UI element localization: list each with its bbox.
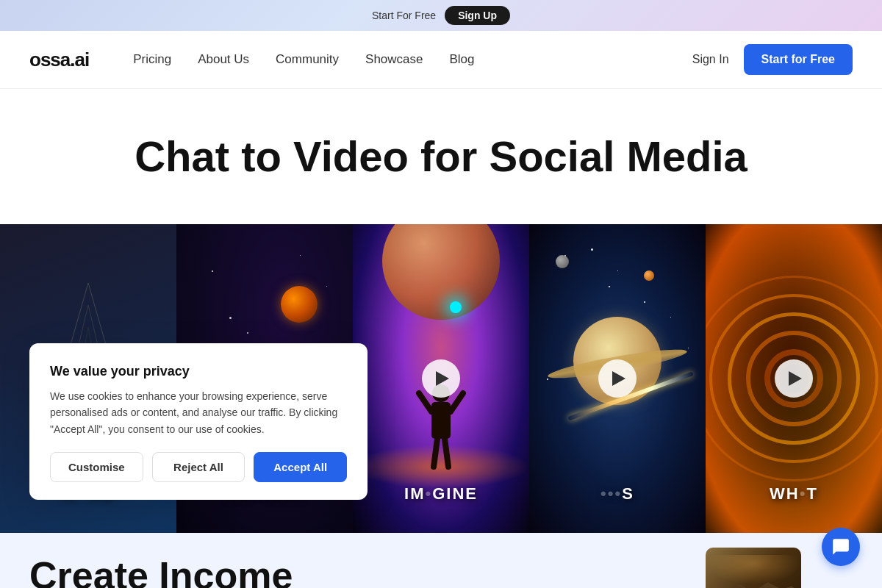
header: ossa.ai Pricing About Us Community Showc…	[0, 31, 882, 89]
video-card-4[interactable]: •••S	[529, 224, 706, 533]
svg-line-8	[434, 439, 437, 467]
nav-blog[interactable]: Blog	[449, 52, 474, 67]
cookie-title: We value your privacy	[50, 364, 347, 379]
header-actions: Sign In Start for Free	[692, 44, 853, 75]
start-free-button[interactable]: Start for Free	[744, 44, 853, 75]
video-card-5[interactable]: WH•T	[706, 224, 882, 533]
cookie-buttons: Customise Reject All Accept All	[50, 452, 347, 482]
main-nav: Pricing About Us Community Showcase Blog	[133, 52, 692, 67]
top-banner: Start For Free Sign Up	[0, 0, 882, 31]
play-button-5[interactable]	[775, 359, 813, 398]
play-button-3[interactable]	[422, 359, 460, 398]
signup-button[interactable]: Sign Up	[445, 6, 510, 25]
cookie-banner: We value your privacy We use cookies to …	[29, 343, 368, 500]
card-label-4: •••S	[529, 484, 706, 503]
nav-pricing[interactable]: Pricing	[133, 52, 171, 67]
signin-link[interactable]: Sign In	[692, 53, 729, 66]
customise-button[interactable]: Customise	[50, 452, 143, 482]
card-label-5: WH•T	[706, 484, 882, 503]
cookie-body: We use cookies to enhance your browsing …	[50, 388, 347, 437]
nav-showcase[interactable]: Showcase	[365, 52, 423, 67]
reject-button[interactable]: Reject All	[152, 452, 245, 482]
create-income-heading: Create Income	[29, 555, 293, 588]
hero-heading: Chat to Video for Social Media	[29, 133, 853, 180]
logo[interactable]: ossa.ai	[29, 49, 89, 71]
svg-line-6	[419, 393, 431, 412]
banner-text: Start For Free	[372, 10, 436, 21]
bottom-section: Create Income	[0, 533, 882, 588]
accept-button[interactable]: Accept All	[254, 452, 347, 482]
svg-line-9	[445, 439, 448, 467]
svg-rect-5	[431, 402, 451, 439]
video-card-3[interactable]: IM•GINE	[353, 224, 529, 533]
svg-line-7	[451, 393, 463, 412]
nav-community[interactable]: Community	[276, 52, 339, 67]
chat-widget[interactable]	[822, 528, 860, 566]
nav-about[interactable]: About Us	[198, 52, 249, 67]
play-button-4[interactable]	[598, 359, 637, 398]
hero-section: Chat to Video for Social Media	[0, 89, 882, 209]
card-label-3: IM•GINE	[353, 484, 529, 503]
chat-icon	[831, 537, 850, 556]
